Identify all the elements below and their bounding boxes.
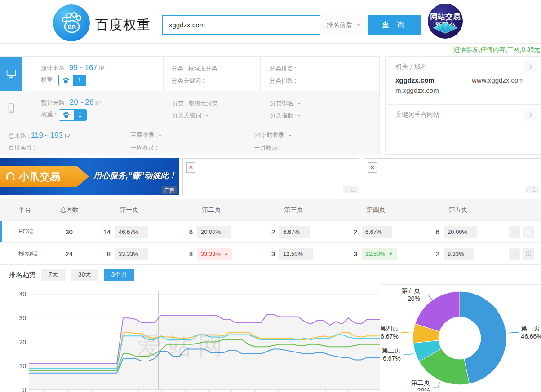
chevron-right-icon[interactable]: › [524, 60, 537, 73]
col-page4: 第四页 [335, 206, 417, 214]
tab-30days[interactable]: 30天 [71, 269, 99, 281]
chevron-right-icon[interactable]: › [524, 108, 537, 121]
weight-value: 1 [74, 110, 86, 120]
platform-cell: PC端 [0, 228, 50, 236]
page-pct-chip: 12.50% [279, 248, 313, 260]
donut-chart-canvas[interactable]: 第一页46.66%第二页20%第三页6.67%第四页6.67%第五页20% [381, 285, 541, 391]
query-button[interactable]: 查 询 [368, 15, 421, 35]
category-rank: 分类排名 : - [270, 97, 379, 109]
page-pct-chip: 6.67% [279, 226, 310, 238]
svg-text:20: 20 [19, 339, 26, 346]
svg-text:46.66%: 46.66% [521, 333, 541, 340]
category: 分类 : 根域无分类 [172, 62, 260, 75]
page-count: 8 [88, 250, 111, 258]
weight-badge[interactable]: 1 [58, 75, 86, 86]
overview-panel: 预计来路 : 99 ~ 167 IP 权重 : 1 [0, 56, 380, 155]
page-count: 2 [417, 250, 439, 258]
svg-text:20%: 20% [417, 387, 430, 391]
keyword-rank-table: 平台 总词数 第一页 第二页 第三页 第四页 第五页 PC端 30 1446.6… [0, 199, 541, 265]
bar-chart-icon [525, 228, 532, 235]
search-bar: 排名前后 查 询 [162, 15, 421, 35]
weight-label: 权重 : [41, 111, 56, 118]
page-pct-chip: 33.33% [197, 248, 232, 260]
rank-order-dropdown[interactable]: 排名前后 [320, 15, 368, 35]
search-input[interactable] [162, 15, 320, 35]
total-traffic-low: 119 [31, 131, 43, 140]
table-header: 平台 总词数 第一页 第二页 第三页 第四页 第五页 [0, 199, 541, 220]
paw-icon [59, 75, 73, 86]
col-page5: 第五页 [417, 206, 499, 214]
tab-7days[interactable]: 7天 [41, 269, 66, 281]
svg-text:第五页: 第五页 [401, 287, 420, 294]
traffic-high: 26 [85, 98, 93, 106]
week-collect: 一周收录 : - [131, 144, 161, 152]
col-platform: 平台 [0, 206, 50, 214]
svg-text:10: 10 [19, 362, 26, 370]
promo-link[interactable]: 短信群发,任何内容,三网,0.35元 [453, 46, 540, 54]
total-traffic-label: 总来路 : [9, 132, 29, 139]
page-pct-chip: 12.50% [362, 248, 397, 260]
sort-button[interactable]: ↓↑ [509, 226, 520, 238]
traffic-label: 预计来路 : [41, 65, 67, 71]
page-distribution-donut[interactable]: 第一页46.66%第二页20%第三页6.67%第四页6.67%第五页20% [381, 284, 541, 391]
weight-label: 权重 : [41, 76, 56, 83]
overlap-sites-section: 关键词重合网站 › [386, 105, 541, 119]
category-index: 分类指数 : - [270, 109, 379, 121]
pc-tab[interactable] [0, 57, 22, 91]
ad-tag: 广告 [525, 186, 539, 193]
page-count: 8 [170, 250, 193, 258]
trend-label: 排名趋势 [9, 271, 36, 279]
page-count: 3 [335, 250, 357, 258]
page-pct-chip: 20.00% [197, 226, 231, 238]
col-total-words: 总词数 [50, 206, 88, 214]
page-pct-chip: 33.33% [115, 248, 148, 260]
tab-3months[interactable]: 3个月 [104, 269, 134, 281]
svg-text:30: 30 [19, 314, 26, 322]
svg-text:6.67%: 6.67% [381, 333, 399, 340]
total-traffic-high: 193 [50, 131, 62, 140]
trend-line-chart[interactable]: 010203040 爱站网 [0, 285, 380, 392]
domain-link[interactable]: www.xggdzx.com [472, 76, 524, 84]
table-row-mobile[interactable]: 移动端 24 833.33% 833.33% 312.50% 312.50% 2… [0, 242, 541, 264]
sort-button[interactable]: ↓↑ [509, 248, 520, 260]
phone-icon [6, 103, 16, 114]
overview-row-pc: 预计来路 : 99 ~ 167 IP 权重 : 1 [0, 57, 379, 91]
rank-order-label: 排名前后 [327, 21, 352, 29]
page-count: 6 [170, 228, 193, 236]
traffic-low: 20 [70, 98, 78, 106]
chart-toggle-button[interactable] [523, 226, 534, 238]
ad-banner[interactable]: 小爪交易 用心服务,“赚”动彼此！ 广告 [0, 158, 179, 195]
page-pct-chip: 6.67% [362, 226, 392, 238]
page-pct-chip: 46.67% [115, 226, 148, 238]
weight-value: 1 [73, 75, 86, 86]
weight-badge[interactable]: 1 [59, 109, 87, 121]
svg-text:第四页: 第四页 [381, 325, 399, 332]
total-traffic-unit: IP [64, 132, 70, 139]
category-rank: 分类排名 : - [270, 62, 379, 75]
svg-text:0: 0 [22, 386, 26, 392]
domain-link[interactable]: m.xggdzx.com [395, 87, 439, 94]
totals-row: 总来路 : 119 ~ 193 IP 百度收录 : - 24小时收录 : - 百… [0, 125, 379, 155]
category: 分类 : 根域无分类 [172, 97, 261, 109]
chevron-down-icon [356, 24, 361, 26]
domain-link[interactable]: xggdzx.com [395, 76, 472, 84]
baidu-index: 百度索引 : - [9, 144, 39, 152]
traffic-low: 99 [69, 63, 78, 72]
category-index: 分类指数 : - [270, 75, 379, 87]
total-words-cell: 24 [50, 250, 88, 258]
chart-toggle-button[interactable] [523, 248, 534, 260]
total-words-cell: 30 [50, 228, 88, 236]
platform-cell: 移动端 [0, 250, 50, 258]
ad-brand-ribbon: 小爪交易 [0, 166, 89, 187]
trend-header: 排名趋势 7天 30天 3个月 [9, 269, 134, 281]
site-trade-badge[interactable]: 网站交易 新平台 [428, 4, 463, 39]
page-count: 3 [253, 250, 275, 258]
badge-line1: 网站交易 [430, 13, 461, 22]
table-row-pc[interactable]: PC端 30 1446.67% 620.00% 26.67% 26.67% 62… [0, 220, 541, 242]
svg-text:40: 40 [19, 291, 26, 298]
svg-text:第三页: 第三页 [382, 347, 401, 354]
page-count: 2 [335, 228, 357, 236]
mobile-tab[interactable] [0, 91, 22, 125]
line-chart-canvas[interactable]: 010203040 [0, 285, 380, 392]
overview-row-mobile: 预计来路 : 20 ~ 26 IP 权重 : 1 [0, 91, 379, 125]
